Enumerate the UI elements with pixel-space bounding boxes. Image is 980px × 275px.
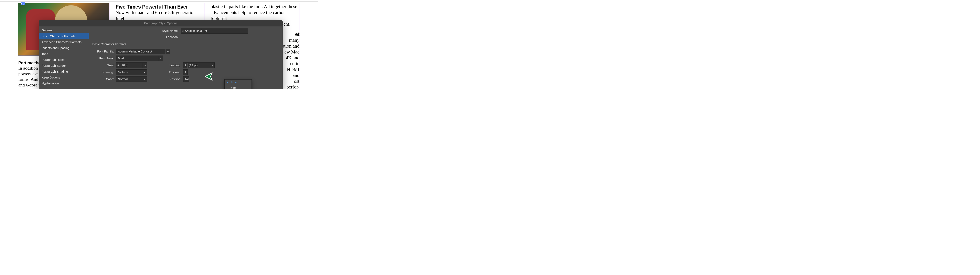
leading-option-6pt[interactable]: 6 pt bbox=[224, 85, 251, 89]
style-name-label: Style Name: bbox=[124, 29, 181, 33]
size-dropdown[interactable]: 10 pt bbox=[116, 62, 147, 68]
size-spinner[interactable] bbox=[116, 63, 120, 68]
sidebar-item-basic-character-formats[interactable]: Basic Character Formats bbox=[39, 33, 89, 39]
sidebar-item-tabs[interactable]: Tabs bbox=[39, 51, 89, 57]
dialog-title: Paragraph Style Options bbox=[39, 20, 283, 27]
leading-label: Leading: bbox=[159, 63, 183, 67]
paragraph-style-options-dialog: Paragraph Style Options General Basic Ch… bbox=[39, 20, 283, 89]
leading-option-auto[interactable]: ✓ Auto bbox=[224, 79, 251, 85]
position-dropdown[interactable]: No bbox=[183, 76, 189, 82]
section-title: Basic Character Formats bbox=[92, 42, 279, 46]
mouse-cursor-icon bbox=[204, 71, 213, 82]
sidebar-item-paragraph-border[interactable]: Paragraph Border bbox=[39, 63, 89, 68]
tracking-label: Tracking: bbox=[159, 70, 183, 74]
leading-dropdown[interactable]: (12 pt) bbox=[183, 62, 215, 68]
tracking-spinner[interactable] bbox=[183, 70, 188, 75]
size-label: Size: bbox=[92, 63, 116, 67]
style-name-input[interactable] bbox=[181, 28, 248, 33]
sidebar-item-keep-options[interactable]: Keep Options bbox=[39, 74, 89, 81]
sidebar-item-general[interactable]: General bbox=[39, 27, 89, 33]
link-icon[interactable] bbox=[21, 2, 25, 5]
dialog-sidebar: General Basic Character Formats Advanced… bbox=[39, 27, 89, 89]
case-dropdown[interactable]: Normal bbox=[116, 76, 147, 82]
font-style-label: Font Style: bbox=[92, 57, 116, 60]
kerning-label: Kerning: bbox=[92, 70, 116, 74]
location-label: Location: bbox=[124, 35, 181, 39]
font-family-label: Font Family: bbox=[92, 50, 116, 53]
sidebar-item-hyphenation[interactable]: Hyphenation bbox=[39, 81, 89, 86]
case-label: Case: bbox=[92, 77, 116, 81]
sidebar-item-advanced-character-formats[interactable]: Advanced Character Formats bbox=[39, 39, 89, 45]
col2-heading[interactable]: Five Times Powerful Than Ever bbox=[116, 4, 204, 10]
leading-spinner[interactable] bbox=[183, 63, 188, 68]
font-family-dropdown[interactable]: Acumin Variable Concept bbox=[116, 49, 170, 54]
sidebar-item-paragraph-shading[interactable]: Paragraph Shading bbox=[39, 68, 89, 74]
leading-options-popup: ✓ Auto 6 pt 8 pt bbox=[224, 79, 252, 89]
sidebar-item-indents-spacing[interactable]: Indents and Spacing bbox=[39, 45, 89, 51]
check-icon: ✓ bbox=[226, 81, 229, 84]
font-style-dropdown[interactable]: Bold bbox=[116, 55, 163, 61]
position-label: Position: bbox=[159, 77, 183, 81]
kerning-dropdown[interactable]: Metrics bbox=[116, 70, 147, 75]
sidebar-item-paragraph-rules[interactable]: Paragraph Rules bbox=[39, 57, 89, 63]
